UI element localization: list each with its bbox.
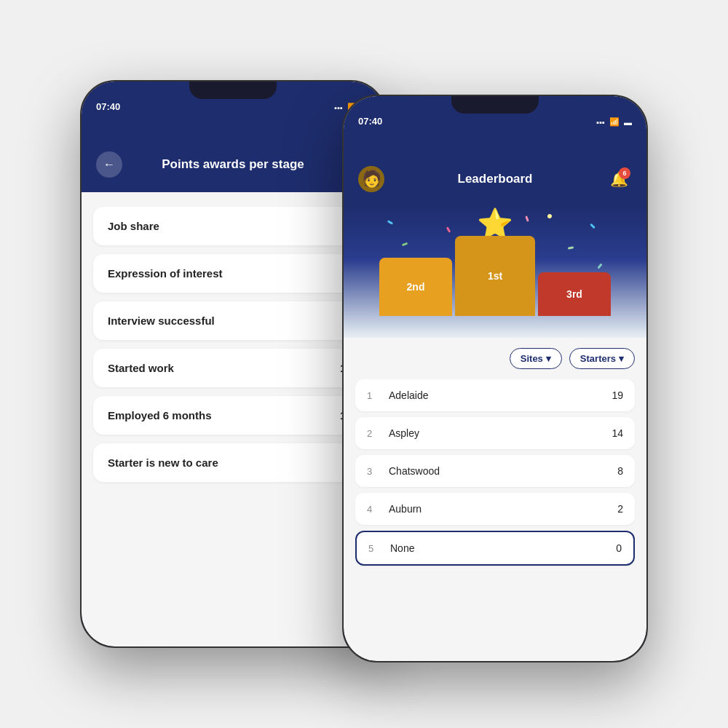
- lb-rank-4: 4: [367, 504, 381, 515]
- points-label-eoi: Expression of interest: [108, 267, 223, 280]
- lb-name-3: Chatswood: [389, 465, 617, 477]
- starters-filter-button[interactable]: Starters ▾: [569, 348, 635, 369]
- confetti-7: [525, 215, 529, 222]
- right-bell-button[interactable]: 🔔 6: [606, 166, 632, 192]
- right-signal-icon: ▪▪▪: [596, 118, 605, 127]
- avatar[interactable]: 🧑: [358, 166, 384, 192]
- confetti-1: [387, 220, 393, 225]
- lb-rank-2: 2: [367, 428, 381, 439]
- points-label-employed: Employed 6 months: [108, 409, 212, 422]
- right-phone-screen: 07:40 ▪▪▪ 📶 ▬ 🧑 Leaderboard 🔔 6: [344, 96, 646, 661]
- points-label-job-share: Job share: [108, 220, 159, 232]
- lb-score-1: 19: [612, 389, 623, 401]
- points-item-started: Started work 150: [93, 349, 373, 387]
- leaderboard-item-3: 3 Chatswood 8: [355, 455, 635, 487]
- left-phone-notch: [189, 82, 277, 99]
- leaderboard-content: Sites ▾ Starters ▾ 1 Adelaide 19: [344, 338, 646, 582]
- starters-filter-label: Starters: [580, 353, 616, 364]
- points-item-eoi: Expression of interest 2: [93, 254, 373, 293]
- lb-rank-5: 5: [368, 543, 383, 554]
- left-phone: 07:40 ▪▪▪ 📶 ▬ ← Points awards per stage …: [80, 80, 386, 648]
- right-time: 07:40: [358, 116, 382, 127]
- lb-rank-1: 1: [367, 390, 381, 401]
- confetti-9: [547, 213, 553, 219]
- right-bell-badge: 6: [619, 167, 630, 179]
- points-item-interview: Interview successful 10: [93, 301, 373, 340]
- points-item-job-share: Job share 1: [93, 207, 373, 245]
- left-time: 07:40: [96, 101, 120, 112]
- right-battery-icon: ▬: [624, 118, 632, 127]
- lb-score-3: 8: [617, 465, 623, 477]
- leaderboard-list: 1 Adelaide 19 2 Aspley 14 3 Chatswood 8: [355, 379, 635, 571]
- leaderboard-item-4: 4 Auburn 2: [355, 493, 635, 525]
- lb-score-4: 2: [617, 503, 623, 515]
- points-label-started: Started work: [108, 362, 174, 374]
- right-status-icons: ▪▪▪ 📶 ▬: [596, 117, 632, 127]
- points-item-employed: Employed 6 months 150: [93, 396, 373, 435]
- confetti-5: [590, 223, 596, 229]
- podium-3rd: 3rd: [538, 272, 611, 316]
- confetti-3: [446, 226, 451, 232]
- sites-chevron-icon: ▾: [546, 353, 551, 364]
- left-header-title: Points awards per stage: [122, 157, 344, 172]
- lb-name-4: Auburn: [389, 503, 617, 515]
- block-1st: 1st: [455, 236, 535, 316]
- sites-filter-button[interactable]: Sites ▾: [510, 348, 562, 369]
- points-label-interview: Interview successful: [108, 314, 215, 327]
- lb-name-5: None: [390, 542, 616, 554]
- lb-name-2: Aspley: [389, 427, 612, 439]
- filter-row: Sites ▾ Starters ▾: [355, 348, 635, 369]
- right-header-title: Leaderboard: [384, 172, 606, 186]
- block-3rd: 3rd: [538, 272, 611, 316]
- scene: 07:40 ▪▪▪ 📶 ▬ ← Points awards per stage …: [0, 0, 728, 728]
- leaderboard-item-5: 5 None 0: [355, 531, 635, 566]
- lb-name-1: Adelaide: [389, 389, 612, 401]
- podium-label-3rd: 3rd: [566, 282, 582, 306]
- podium-container: 2nd ⭐ 1st 3rd: [379, 236, 611, 316]
- leaderboard-item-2: 2 Aspley 14: [355, 417, 635, 449]
- points-label-new-to-care: Starter is new to care: [108, 456, 218, 469]
- right-wifi-icon: 📶: [609, 117, 620, 127]
- podium-label-1st: 1st: [488, 264, 502, 288]
- leaderboard-item-1: 1 Adelaide 19: [355, 379, 635, 411]
- podium-area: 2nd ⭐ 1st 3rd: [344, 207, 646, 338]
- left-header: ← Points awards per stage 🔔 6: [82, 116, 384, 192]
- lb-rank-3: 3: [367, 466, 381, 477]
- podium-label-2nd: 2nd: [407, 275, 425, 298]
- right-header: 🧑 Leaderboard 🔔 6: [344, 131, 646, 207]
- left-phone-screen: 07:40 ▪▪▪ 📶 ▬ ← Points awards per stage …: [82, 82, 384, 646]
- podium-1st: ⭐ 1st: [455, 236, 535, 316]
- lb-score-5: 0: [616, 542, 622, 554]
- sites-filter-label: Sites: [521, 353, 543, 364]
- back-button[interactable]: ←: [96, 151, 122, 178]
- starters-chevron-icon: ▾: [619, 353, 624, 364]
- block-2nd: 2nd: [379, 258, 452, 316]
- right-phone-notch: [451, 96, 539, 114]
- points-list: Job share 1 Expression of interest 2 Int…: [82, 192, 384, 505]
- podium-2nd: 2nd: [379, 258, 452, 316]
- points-item-new-to-care: Starter is new to care 25: [93, 443, 373, 482]
- right-phone: 07:40 ▪▪▪ 📶 ▬ 🧑 Leaderboard 🔔 6: [342, 95, 648, 662]
- back-icon: ←: [103, 158, 115, 171]
- avatar-icon: 🧑: [362, 170, 381, 189]
- signal-icon: ▪▪▪: [334, 103, 343, 112]
- lb-score-2: 14: [612, 427, 623, 439]
